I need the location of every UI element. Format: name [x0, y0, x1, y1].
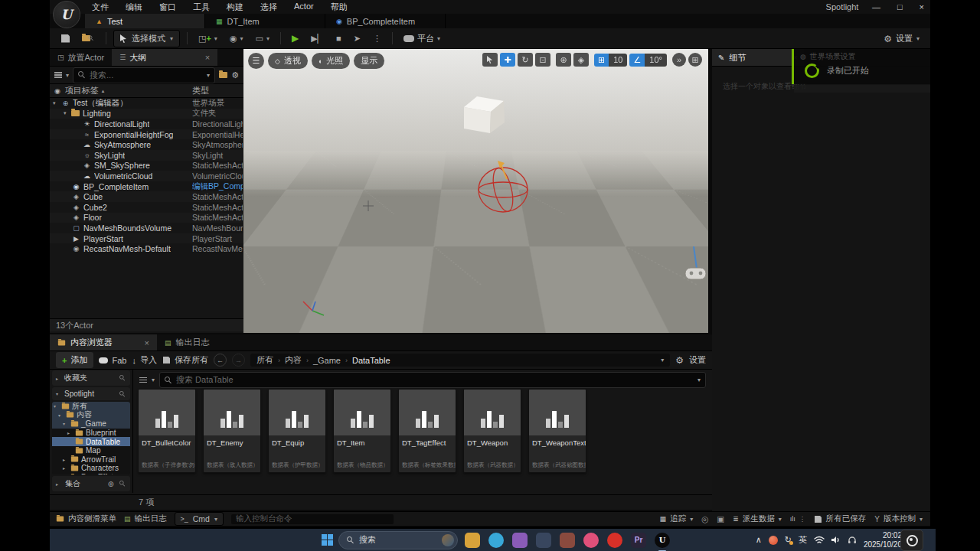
cmd-dropdown[interactable]: >_Cmd▾: [175, 512, 224, 526]
folder-tree-item[interactable]: ▸Characters: [52, 464, 130, 473]
taskbar-app-edge-browser[interactable]: [487, 531, 505, 549]
insights-icon[interactable]: ◎: [701, 514, 708, 523]
wifi-icon[interactable]: [814, 536, 825, 544]
menu-item[interactable]: 帮助: [324, 0, 354, 15]
save-button[interactable]: [57, 32, 74, 45]
breadcrumb-item[interactable]: 内容: [285, 354, 302, 366]
asset-search-input[interactable]: 搜索 DataTable ▾: [159, 372, 706, 388]
perspective-dropdown[interactable]: ◇透视: [268, 53, 308, 69]
asset-tile[interactable]: DT_Weapon数据表（武器数据）: [463, 389, 521, 473]
tray-app-icon[interactable]: [769, 536, 778, 545]
outliner-row[interactable]: ◈Cube2StaticMeshActo: [50, 202, 243, 213]
eject-button[interactable]: ➤: [350, 31, 364, 46]
outliner-row[interactable]: ▢NavMeshBoundsVolumeNavMeshBound: [50, 223, 243, 233]
menu-item[interactable]: 选择: [253, 0, 284, 15]
view-mode-dropdown[interactable]: ◐光照: [312, 53, 350, 69]
taskbar-app-music-app[interactable]: [582, 531, 600, 549]
outliner-row[interactable]: ☁VolumetricCloudVolumetricClou: [50, 171, 243, 181]
start-button[interactable]: [322, 534, 333, 546]
scale-tool-button[interactable]: ⊡: [535, 53, 550, 67]
taskbar-app-unreal-editor[interactable]: U: [653, 531, 671, 549]
close-tab-icon[interactable]: ×: [145, 338, 149, 347]
angle-snap-control[interactable]: ∠ 10°: [629, 54, 667, 67]
folder-tree-item[interactable]: ▾内容: [52, 411, 130, 420]
tab-details[interactable]: ✎ 细节 ×: [712, 49, 804, 66]
world-space-button[interactable]: ⊕: [556, 53, 571, 67]
select-mode-dropdown[interactable]: 选择模式 ▾: [113, 30, 180, 47]
level-viewport[interactable]: ☰ ◇透视 ◐光照 显示 ✚ ↻ ⊡ ⊕ ◈ ⊞ 10 ∠ 10°: [243, 49, 708, 333]
actor-type[interactable]: 编辑BP_Compl: [192, 181, 243, 192]
maximize-button[interactable]: □: [897, 2, 903, 11]
cinematics-button[interactable]: ▭▾: [252, 31, 273, 46]
outliner-row[interactable]: ◈FloorStaticMeshActo: [50, 213, 243, 223]
collections-section[interactable]: ▸集合 ⊕: [52, 476, 130, 491]
cb-settings-button[interactable]: 设置: [689, 354, 706, 366]
tab-output-log[interactable]: ▤ 输出日志: [157, 334, 217, 350]
menu-item[interactable]: 工具: [186, 0, 217, 15]
add-button[interactable]: +添加: [56, 352, 93, 368]
expand-arrow-icon[interactable]: ▾: [63, 421, 68, 426]
outliner-row[interactable]: ▶PlayerStartPlayerStart: [50, 233, 243, 244]
outliner-row[interactable]: ≈ExponentialHeightFogExponentialHei: [50, 129, 243, 140]
menu-item[interactable]: 文件: [85, 0, 116, 15]
taskbar-app-visual-studio[interactable]: [511, 531, 529, 549]
forward-button[interactable]: →: [232, 354, 245, 367]
filter-icon[interactable]: [54, 72, 62, 78]
outliner-row[interactable]: ☼SkyLightSkyLight: [50, 150, 243, 161]
settings-button[interactable]: 设置: [896, 33, 913, 44]
outliner-row[interactable]: ◈SM_SkySphereStaticMeshActo: [50, 161, 243, 171]
folder-tree-item[interactable]: ▾_Game: [52, 419, 130, 429]
ime-indicator[interactable]: 英: [799, 534, 807, 546]
tab-level-test[interactable]: ▲ Test: [85, 14, 205, 28]
outliner-row[interactable]: ▾Lighting文件夹: [50, 109, 243, 119]
asset-tile[interactable]: DT_Enemy数据表（敌人数据）: [203, 389, 261, 473]
surface-snap-button[interactable]: ◈: [573, 53, 589, 67]
column-type[interactable]: 类型: [192, 85, 209, 96]
blueprints-button[interactable]: ◉▾: [226, 31, 247, 46]
play-button[interactable]: ▶: [288, 31, 302, 46]
new-folder-icon[interactable]: [219, 72, 227, 78]
expand-arrow-icon[interactable]: ▾: [54, 403, 59, 409]
back-button[interactable]: ←: [214, 354, 227, 367]
outliner-row[interactable]: ◉RecastNavMesh-DefaultRecastNavMes: [50, 243, 243, 254]
content-drawer-button[interactable]: 内容侧滑菜单: [56, 514, 116, 524]
outliner-row[interactable]: ▾⊕Test（编辑器）世界场景: [50, 98, 243, 109]
minimize-button[interactable]: —: [872, 2, 880, 11]
outliner-row[interactable]: ☁SkyAtmosphereSkyAtmosphere: [50, 139, 243, 150]
fab-button[interactable]: Fab: [99, 356, 126, 365]
taskbar-search[interactable]: 搜索: [338, 531, 458, 549]
asset-tile[interactable]: DT_BulletColor数据表（子弹参数'勿动..: [138, 389, 196, 473]
menu-item[interactable]: Actor: [287, 0, 321, 15]
browse-content-button[interactable]: [78, 32, 99, 44]
spotlight-section[interactable]: ▾Spotlight: [52, 387, 130, 400]
menu-item[interactable]: 编辑: [119, 0, 149, 15]
folder-tree-item[interactable]: ▸Blueprint: [52, 429, 130, 438]
close-button[interactable]: ×: [920, 2, 924, 11]
add-collection-icon[interactable]: ⊕: [108, 480, 114, 488]
derived-data-button[interactable]: ≣派生数据▾: [733, 514, 782, 524]
breadcrumb[interactable]: 所有›内容›_Game›DataTable▾: [250, 354, 670, 367]
play-options-button[interactable]: ⋮: [369, 31, 385, 46]
expand-arrow-icon[interactable]: ▾: [58, 412, 64, 418]
platform-dropdown[interactable]: 平台▾: [400, 31, 444, 47]
expand-arrow-icon[interactable]: ▾: [53, 100, 60, 106]
folder-tree-item[interactable]: ▸ArrowTrail: [52, 455, 130, 465]
menu-item[interactable]: 构建: [220, 0, 250, 15]
move-tool-button[interactable]: ✚: [500, 53, 515, 67]
expand-arrow-icon[interactable]: ▸: [63, 457, 68, 462]
asset-tile[interactable]: DT_TagEffect数据表（标签效果数据）: [398, 389, 456, 473]
outliner-row[interactable]: ◈CubeStaticMeshActo: [50, 191, 243, 202]
console-input[interactable]: 输入控制台命令: [231, 514, 394, 524]
close-tab-icon[interactable]: ×: [205, 53, 210, 62]
revision-control-button[interactable]: Y版本控制▾: [874, 514, 923, 524]
filter-icon[interactable]: [139, 377, 147, 383]
outliner-settings-icon[interactable]: ⚙: [231, 70, 239, 80]
tab-bp-completeitem[interactable]: ◉ BP_CompleteItem: [325, 14, 446, 28]
chevron-down-icon[interactable]: ▾: [661, 357, 664, 364]
asset-tile[interactable]: DT_Item数据表（物品数据）: [333, 389, 391, 473]
screen-recorder-button[interactable]: [900, 530, 923, 551]
save-all-button[interactable]: 保存所有: [162, 354, 208, 366]
screenshot-icon[interactable]: ▣: [717, 514, 724, 523]
outliner-row[interactable]: ☀DirectionalLightDirectionalLigh: [50, 119, 243, 129]
outliner-search-input[interactable]: 搜索... ▾: [73, 67, 215, 83]
